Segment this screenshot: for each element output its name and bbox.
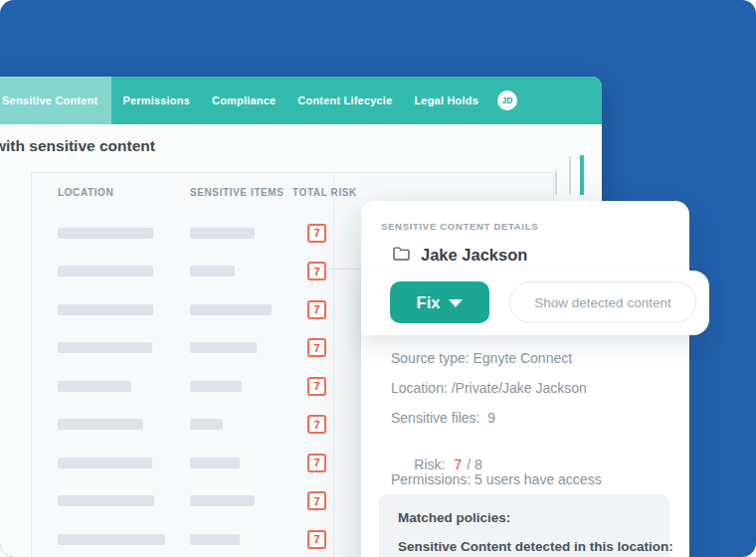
- sensitive-items-placeholder-bar: [190, 381, 242, 392]
- nav-item-sensitive-content[interactable]: Sensitive Content: [0, 77, 111, 124]
- matched-policies-entry: Sensitive Content detected in this locat…: [398, 539, 673, 554]
- location-placeholder-bar: [58, 304, 153, 315]
- location-placeholder-bar: [58, 534, 165, 545]
- risk-badge: 7: [307, 224, 326, 243]
- sensitive-items-placeholder-bar: [190, 419, 223, 430]
- sensitive-items-placeholder-bar: [190, 534, 240, 545]
- top-navbar: Dashboard Issues Sensitive Content Permi…: [0, 77, 602, 124]
- nav-item-legal-holds[interactable]: Legal Holds: [403, 77, 489, 124]
- location-placeholder-bar: [58, 228, 153, 239]
- sensitive-items-placeholder-bar: [190, 304, 272, 315]
- risk-value: 7: [454, 457, 462, 472]
- location-placeholder-bar: [58, 381, 131, 392]
- risk-badge: 7: [307, 530, 326, 549]
- field-permissions: Permissions: 5 users have access: [391, 471, 602, 487]
- risk-badge: 7: [307, 454, 326, 472]
- trend-bar-highlight: [580, 155, 584, 195]
- location-placeholder-bar: [58, 266, 153, 277]
- user-avatar[interactable]: JD: [497, 91, 517, 110]
- risk-badge: 7: [307, 415, 326, 434]
- table-header-row: LOCATION SENSITIVE ITEMS TOTAL RISK: [32, 187, 553, 201]
- nav-item-compliance[interactable]: Compliance: [201, 77, 286, 124]
- field-source-type: Source type: Egnyte Connect: [391, 350, 572, 366]
- folder-icon: [393, 247, 410, 261]
- matched-policies-heading: Matched policies:: [398, 510, 510, 525]
- risk-badge: 7: [307, 377, 326, 396]
- sensitive-content-details-card: SENSITIVE CONTENT DETAILS Jake Jackson F…: [361, 201, 689, 557]
- sensitive-items-placeholder-bar: [190, 342, 257, 353]
- app-screenshot: Dashboard Issues Sensitive Content Permi…: [0, 0, 756, 557]
- matched-policies-box: Matched policies: Sensitive Content dete…: [379, 494, 669, 557]
- risk-label: Risk:: [414, 457, 445, 472]
- column-header-sensitive-items: SENSITIVE ITEMS: [190, 187, 284, 198]
- sensitive-items-placeholder-bar: [190, 266, 235, 277]
- location-placeholder-bar: [58, 495, 154, 506]
- trend-bar: [555, 170, 557, 195]
- show-detected-content-button[interactable]: Show detected content: [509, 281, 696, 323]
- column-header-location: LOCATION: [58, 187, 113, 198]
- location-placeholder-bar: [58, 419, 143, 430]
- risk-max: / 8: [467, 457, 482, 472]
- location-placeholder-bar: [58, 342, 152, 353]
- details-title: Jake Jackson: [421, 246, 527, 265]
- fix-button-label: Fix: [417, 293, 441, 312]
- trend-bar: [569, 156, 571, 195]
- chevron-down-icon: [449, 299, 463, 307]
- details-card-label: SENSITIVE CONTENT DETAILS: [381, 221, 538, 232]
- row-connector-line: [325, 269, 363, 270]
- column-header-total-risk: TOTAL RISK: [292, 187, 357, 198]
- fix-button[interactable]: Fix: [390, 281, 489, 323]
- risk-badge: 7: [307, 338, 326, 357]
- risk-badge: 7: [307, 491, 326, 510]
- field-location: Location: /Private/Jake Jackson: [391, 380, 587, 396]
- risk-badge: 7: [307, 300, 326, 319]
- field-sensitive-files: Sensitive files: 9: [391, 410, 495, 426]
- sensitive-items-placeholder-bar: [190, 495, 255, 506]
- nav-item-content-lifecycle[interactable]: Content Lifecycle: [286, 77, 403, 124]
- location-placeholder-bar: [58, 458, 152, 468]
- risk-badge: 7: [307, 262, 326, 280]
- page-title: with sensitive content: [0, 137, 155, 155]
- sensitive-items-placeholder-bar: [190, 458, 240, 468]
- nav-item-permissions[interactable]: Permissions: [111, 77, 201, 124]
- sensitive-items-placeholder-bar: [190, 228, 255, 239]
